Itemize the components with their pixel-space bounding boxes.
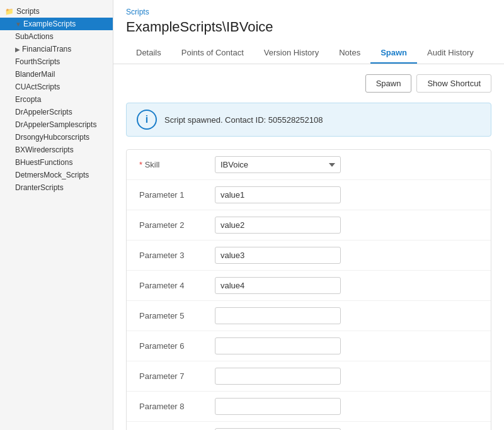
sidebar-item-sub5[interactable]: CUActScripts bbox=[0, 81, 113, 93]
sidebar-item-sub9[interactable]: DrsongyHubcorscripts bbox=[0, 131, 113, 144]
tab-notes[interactable]: Notes bbox=[329, 43, 370, 64]
sidebar: 📁 Scripts ▼ExampleScriptsSubActions▶Fina… bbox=[0, 0, 113, 430]
form-section: Skill IBVoiceOption2Option3 Parameter 1P… bbox=[126, 149, 491, 430]
sidebar-root-label: Scripts bbox=[16, 7, 40, 16]
sidebar-item-sub11[interactable]: BHuestFunctions bbox=[0, 156, 113, 169]
sidebar-item-example-scripts[interactable]: ▼ExampleScripts bbox=[0, 18, 113, 30]
folder-icon: 📁 bbox=[5, 8, 14, 16]
param-row-1: Parameter 1 bbox=[127, 180, 491, 210]
skill-row: Skill IBVoiceOption2Option3 bbox=[127, 150, 491, 180]
sidebar-item-sub10[interactable]: BXWirederscripts bbox=[0, 144, 113, 156]
sidebar-item-sub1[interactable]: SubActions bbox=[0, 30, 113, 43]
param-label-6: Parameter 6 bbox=[139, 341, 215, 351]
param-input-5[interactable] bbox=[215, 307, 341, 324]
tab-details[interactable]: Details bbox=[126, 43, 171, 64]
main-content: Scripts ExampleScripts\IBVoice DetailsPo… bbox=[113, 0, 504, 430]
show-shortcut-button[interactable]: Show Shortcut bbox=[416, 74, 491, 93]
param-row-2: Parameter 2 bbox=[127, 210, 491, 240]
sidebar-item-sub4[interactable]: BlanderMail bbox=[0, 68, 113, 81]
expand-icon: ▶ bbox=[15, 46, 20, 53]
tab-points-of-contact[interactable]: Points of Contact bbox=[171, 43, 254, 64]
info-icon: i bbox=[137, 110, 157, 130]
sidebar-item-sub8[interactable]: DrAppelerSamplescripts bbox=[0, 118, 113, 131]
param-input-1[interactable] bbox=[215, 186, 341, 203]
sidebar-root-scripts[interactable]: 📁 Scripts bbox=[0, 5, 113, 18]
param-row-6: Parameter 6 bbox=[127, 331, 491, 361]
tabs-container: DetailsPoints of ContactVersion HistoryN… bbox=[126, 43, 491, 64]
param-label-1: Parameter 1 bbox=[139, 190, 215, 200]
breadcrumb[interactable]: Scripts bbox=[126, 8, 491, 16]
tab-audit-history[interactable]: Audit History bbox=[417, 43, 484, 64]
param-input-4[interactable] bbox=[215, 277, 341, 294]
tab-spawn[interactable]: Spawn bbox=[370, 43, 417, 64]
info-banner: i Script spawned. Contact ID: 5055282521… bbox=[126, 103, 491, 137]
param-label-5: Parameter 5 bbox=[139, 311, 215, 320]
param-label-3: Parameter 3 bbox=[139, 251, 215, 260]
param-label-8: Parameter 8 bbox=[139, 402, 215, 411]
param-input-8[interactable] bbox=[215, 398, 341, 415]
tab-version-history[interactable]: Version History bbox=[254, 43, 329, 64]
param-label-2: Parameter 2 bbox=[139, 220, 215, 230]
param-input-3[interactable] bbox=[215, 247, 341, 264]
param-row-7: Parameter 7 bbox=[127, 361, 491, 392]
spawn-button[interactable]: Spawn bbox=[365, 74, 412, 93]
sidebar-item-sub12[interactable]: DetmersMock_Scripts bbox=[0, 169, 113, 181]
info-message: Script spawned. Contact ID: 505528252108 bbox=[164, 115, 323, 125]
sidebar-item-sub6[interactable]: Ercopta bbox=[0, 93, 113, 106]
param-input-2[interactable] bbox=[215, 217, 341, 234]
header: Scripts ExampleScripts\IBVoice DetailsPo… bbox=[113, 0, 504, 64]
param-row-3: Parameter 3 bbox=[127, 240, 491, 271]
param-row-9: Parameter 9 bbox=[127, 422, 491, 430]
sidebar-item-sub2[interactable]: ▶FinancialTrans bbox=[0, 43, 113, 55]
param-input-7[interactable] bbox=[215, 368, 341, 385]
param-input-6[interactable] bbox=[215, 337, 341, 354]
param-label-7: Parameter 7 bbox=[139, 371, 215, 381]
param-row-8: Parameter 8 bbox=[127, 392, 491, 422]
param-row-5: Parameter 5 bbox=[127, 301, 491, 331]
content-area: Spawn Show Shortcut i Script spawned. Co… bbox=[113, 64, 504, 430]
skill-select[interactable]: IBVoiceOption2Option3 bbox=[215, 156, 341, 173]
expand-icon: ▼ bbox=[15, 21, 21, 28]
sidebar-item-sub13[interactable]: DranterScripts bbox=[0, 181, 113, 194]
toolbar-row: Spawn Show Shortcut bbox=[126, 74, 491, 93]
param-label-4: Parameter 4 bbox=[139, 281, 215, 290]
page-title: ExampleScripts\IBVoice bbox=[126, 19, 491, 35]
sidebar-item-sub7[interactable]: DrAppelerScripts bbox=[0, 106, 113, 118]
skill-label: Skill bbox=[139, 160, 215, 169]
sidebar-item-sub3[interactable]: FourthScripts bbox=[0, 55, 113, 68]
param-row-4: Parameter 4 bbox=[127, 271, 491, 301]
